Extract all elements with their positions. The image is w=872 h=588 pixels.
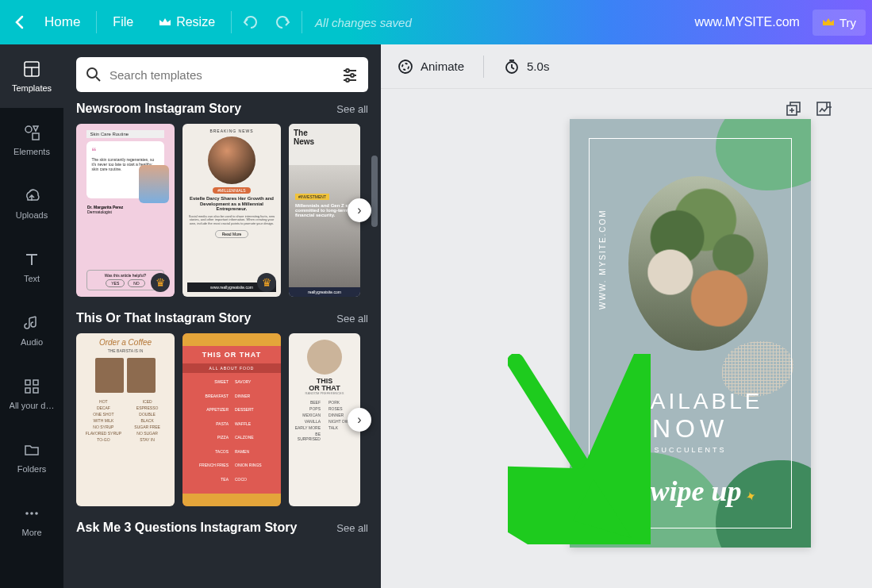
card-pill: #MILLENNIALS	[213, 187, 250, 194]
template-card[interactable]: Order a Coffee THE BARISTA IS IN HOTICED…	[76, 333, 175, 506]
card-readmore: Read More	[215, 230, 249, 238]
rail-audio[interactable]: Audio	[0, 298, 63, 362]
see-all-link[interactable]: See all	[336, 103, 368, 115]
category-title: This Or That Instagram Story	[76, 311, 251, 325]
category-this-or-that: This Or That Instagram Story See all Ord…	[76, 311, 368, 506]
canvas-toolbar: Animate 5.0s	[381, 44, 872, 89]
card-photo	[307, 340, 342, 375]
redo-button[interactable]	[267, 10, 298, 35]
uploads-icon	[22, 186, 41, 206]
card-caption: Millennials and Gen Z still committed to…	[295, 203, 354, 217]
tool-rail: Templates Elements Uploads Text Audio Al…	[0, 44, 63, 588]
svg-rect-7	[25, 388, 30, 393]
card-author: Dr. Margarita PerezDermatologist	[87, 205, 123, 214]
panel-scrollbar[interactable]	[371, 156, 378, 227]
save-status: All changes saved	[315, 16, 412, 29]
category-newsroom: Newsroom Instagram Story See all Skin Ca…	[76, 102, 368, 297]
separator	[231, 11, 232, 33]
animate-button[interactable]: Animate	[397, 58, 464, 75]
svg-point-19	[346, 79, 349, 82]
back-button[interactable]	[6, 10, 32, 35]
card-grid: SWEETSAVORY BREAKFASTDINNER APPETIZERDES…	[182, 373, 281, 494]
card-sub: THE BARISTA IS IN	[108, 348, 144, 353]
templates-icon	[22, 60, 41, 79]
duplicate-page-button[interactable]	[785, 100, 802, 117]
svg-rect-25	[817, 102, 830, 115]
card-photo	[208, 136, 255, 184]
rail-label: All your d…	[10, 401, 55, 410]
try-pro-button[interactable]: Try	[812, 10, 866, 36]
card-tag: BREAKING NEWS	[209, 129, 253, 133]
folder-icon	[22, 440, 41, 459]
scroll-right-button[interactable]: ›	[348, 198, 371, 222]
search-box[interactable]	[76, 57, 368, 92]
premium-badge: ♛	[151, 273, 170, 292]
rail-templates[interactable]: Templates	[0, 44, 63, 108]
see-all-link[interactable]: See all	[336, 313, 368, 325]
rail-elements[interactable]: Elements	[0, 108, 63, 171]
file-menu[interactable]: File	[100, 15, 146, 29]
person-photo	[139, 165, 169, 203]
rail-text[interactable]: Text	[0, 235, 63, 298]
svg-point-15	[346, 69, 349, 72]
card-title: News	[294, 137, 355, 146]
site-url: www.MYSITE.com	[694, 15, 799, 29]
scroll-right-button[interactable]: ›	[348, 408, 371, 432]
template-card[interactable]: THIS OR THAT ALL ABOUT FOOD SWEETSAVORY …	[182, 333, 281, 506]
more-icon	[22, 504, 41, 523]
svg-point-21	[402, 63, 409, 70]
headline-2: NOW	[570, 414, 811, 444]
duration-button[interactable]: 5.0s	[503, 58, 549, 75]
premium-badge: ♛	[257, 273, 276, 292]
card-badge: #INVESTMENT	[295, 194, 329, 200]
audio-icon	[22, 313, 41, 332]
svg-rect-4	[33, 133, 39, 140]
template-card[interactable]: Skin Care Routine ❝ The skin constantly …	[76, 124, 175, 297]
rail-label: Elements	[13, 147, 50, 156]
separator	[302, 11, 302, 33]
templates-panel: Newsroom Instagram Story See all Skin Ca…	[63, 44, 381, 588]
svg-point-17	[351, 74, 354, 77]
elements-icon	[22, 123, 41, 142]
card-grid: BEEFPORK POPSROSES MEXICANDINNER VANILLA…	[294, 400, 355, 441]
grid-icon	[22, 377, 41, 396]
animate-icon	[397, 58, 414, 75]
card-heading: OR THAT	[309, 385, 340, 392]
rail-uploads[interactable]: Uploads	[0, 171, 63, 235]
separator	[483, 56, 484, 78]
canvas-area[interactable]: Animate 5.0s WWW. MYSITE.COM AVAILABLE N…	[381, 44, 872, 588]
card-sub: ALL ABOUT FOOD	[182, 363, 281, 373]
resize-button[interactable]: Resize	[146, 15, 228, 29]
rail-all-designs[interactable]: All your d…	[0, 362, 63, 425]
card-title: The	[294, 129, 355, 137]
rail-label: Templates	[12, 83, 52, 93]
add-page-button[interactable]	[815, 100, 832, 117]
rail-folders[interactable]: Folders	[0, 425, 63, 489]
filters-button[interactable]	[341, 66, 359, 83]
headline-1: AVAILABLE	[570, 389, 811, 414]
card-quote: ❝ The skin constantly regenerates, so it…	[86, 141, 163, 198]
home-button[interactable]: Home	[32, 14, 93, 30]
svg-point-9	[25, 512, 29, 515]
svg-point-20	[399, 60, 412, 73]
svg-line-13	[96, 77, 100, 81]
see-all-link[interactable]: See all	[336, 522, 368, 534]
subheading: SUCCULENTS	[570, 446, 811, 454]
rail-more[interactable]: More	[0, 489, 63, 552]
top-bar: Home File Resize All changes saved www.M…	[0, 0, 872, 44]
search-input[interactable]	[109, 68, 333, 82]
template-card[interactable]: BREAKING NEWS #MILLENNIALS Estelle Darcy…	[182, 124, 281, 297]
svg-rect-5	[25, 380, 30, 385]
svg-point-12	[87, 68, 97, 78]
undo-button[interactable]	[235, 10, 267, 35]
clock-icon	[503, 58, 521, 75]
swipe-up-text: swipe up	[570, 475, 811, 508]
crown-icon	[822, 17, 835, 28]
card-body: Social media can also be used to share i…	[187, 215, 276, 225]
card-sub: RANDOM PREFERENCES	[305, 391, 344, 395]
side-url-text: WWW. MYSITE.COM	[598, 209, 607, 309]
card-grid: HOTICED DECAFESPRESSO ONE SHOTDOUBLE WIT…	[86, 399, 165, 442]
duration-label: 5.0s	[527, 60, 549, 73]
separator	[96, 11, 97, 33]
design-artboard[interactable]: WWW. MYSITE.COM AVAILABLE NOW SUCCULENTS…	[570, 119, 811, 548]
